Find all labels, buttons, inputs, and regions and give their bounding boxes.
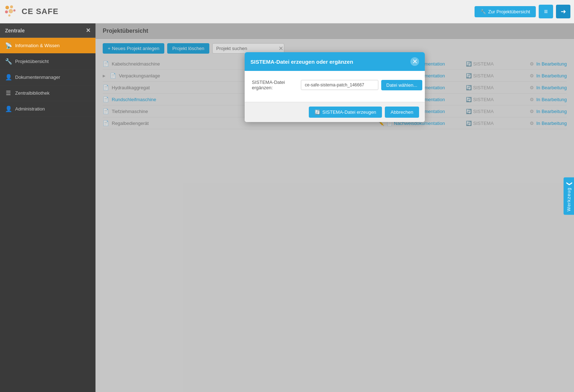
- rss-icon: 📡: [5, 42, 12, 49]
- logo-text: CE SAFE: [22, 7, 58, 16]
- modal-body: SISTEMA-Datei ergänzen: Datei wählen...: [245, 71, 425, 102]
- list-icon: ☰: [5, 90, 12, 96]
- content-area: Projektübersicht + Neues Projekt anlegen…: [95, 23, 574, 392]
- datei-wahlen-button[interactable]: Datei wählen...: [381, 80, 422, 90]
- logo-icon: [4, 4, 19, 19]
- sidebar-item-label: Dokumentenmanager: [15, 75, 60, 80]
- svg-point-3: [9, 9, 13, 13]
- wrench-icon: 🔧: [480, 9, 486, 14]
- hamburger-icon: ≡: [544, 8, 548, 15]
- sistema-erzeugen-button[interactable]: 🔄 SISTEMA-Datei erzeugen: [309, 107, 382, 118]
- sistema-file-input[interactable]: [301, 80, 378, 90]
- header-right: 🔧 Zur Projektübersicht ≡ ➜: [475, 5, 570, 18]
- sidebar-item-dokumentenmanager[interactable]: 👤 Dokumentenmanager: [0, 69, 95, 85]
- abbrechen-label: Abbrechen: [391, 109, 413, 115]
- svg-point-4: [13, 9, 15, 12]
- modal-label-ergaenzen: SISTEMA-Datei ergänzen:: [252, 80, 295, 90]
- main-layout: Zentrale ✕ 📡 Information & Wissen 🔧 Proj…: [0, 23, 574, 392]
- sidebar-item-zentralbibliothek[interactable]: ☰ Zentralbibliothek: [0, 85, 95, 101]
- sidebar-item-label: Information & Wissen: [15, 43, 60, 48]
- zur-projektuebersicht-button[interactable]: 🔧 Zur Projektübersicht: [475, 6, 536, 17]
- sistema-erzeugen-icon: 🔄: [315, 109, 320, 115]
- svg-point-1: [10, 5, 13, 8]
- modal-title: SISTEMA-Datei erzeugen oder ergänzen: [250, 59, 353, 65]
- svg-point-0: [5, 6, 9, 9]
- sidebar-item-administration[interactable]: 👤 Administration: [0, 101, 95, 117]
- svg-point-5: [8, 14, 10, 17]
- modal-sistema: SISTEMA-Datei erzeugen oder ergänzen ✕ S…: [245, 52, 425, 122]
- menu-button[interactable]: ≡: [539, 5, 553, 18]
- sidebar-item-label: Projektübersicht: [15, 59, 49, 64]
- chevron-left-icon: ❮: [565, 181, 572, 186]
- svg-point-2: [5, 10, 8, 13]
- modal-overlay: SISTEMA-Datei erzeugen oder ergänzen ✕ S…: [95, 23, 574, 392]
- sidebar-item-label: Administration: [15, 106, 45, 112]
- wrench-sidebar-icon: 🔧: [5, 58, 12, 65]
- modal-footer: 🔄 SISTEMA-Datei erzeugen Abbrechen: [245, 102, 425, 122]
- zentrale-label: Zentrale: [5, 28, 25, 33]
- logo-area: CE SAFE: [4, 4, 99, 19]
- sidebar: Zentrale ✕ 📡 Information & Wissen 🔧 Proj…: [0, 23, 95, 392]
- abbrechen-button[interactable]: Abbrechen: [385, 107, 419, 118]
- zentrale-icon: ✕: [86, 27, 90, 34]
- sidebar-zentrale: Zentrale ✕: [0, 23, 95, 38]
- modal-close-button[interactable]: ✕: [410, 57, 419, 66]
- user-icon: 👤: [5, 74, 12, 81]
- modal-field-ergaenzen: SISTEMA-Datei ergänzen: Datei wählen...: [252, 80, 418, 90]
- datei-wahlen-label: Datei wählen...: [386, 82, 417, 88]
- logout-button[interactable]: ➜: [556, 5, 570, 18]
- sidebar-item-projektuebersicht[interactable]: 🔧 Projektübersicht: [0, 54, 95, 69]
- modal-input-group: Datei wählen...: [301, 80, 422, 90]
- sistema-erzeugen-label: SISTEMA-Datei erzeugen: [322, 109, 377, 115]
- sidebar-item-label: Zentralbibliothek: [15, 90, 49, 96]
- werkzeug-tab[interactable]: ❮ Werkzeug: [564, 177, 574, 215]
- sidebar-item-information-wissen[interactable]: 📡 Information & Wissen: [0, 38, 95, 54]
- arrow-right-icon: ➜: [561, 8, 566, 15]
- admin-icon: 👤: [5, 105, 12, 112]
- modal-header: SISTEMA-Datei erzeugen oder ergänzen ✕: [245, 52, 425, 71]
- werkzeug-label: Werkzeug: [566, 187, 571, 211]
- header: CE SAFE 🔧 Zur Projektübersicht ≡ ➜: [0, 0, 574, 23]
